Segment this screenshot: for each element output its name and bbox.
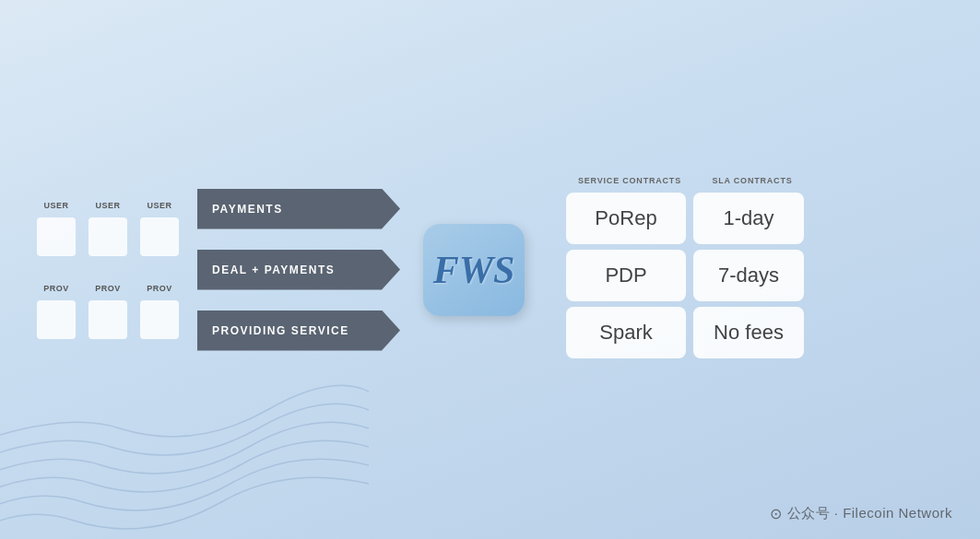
payments-arrow-container: PAYMENTS — [197, 189, 400, 229]
service-value-0: PoRep — [595, 206, 656, 230]
prov-label-2: PROV — [89, 284, 127, 293]
user-labels: USER USER USER — [37, 201, 179, 210]
prov-labels: PROV PROV PROV — [37, 284, 179, 293]
prov-group: PROV PROV PROV — [37, 284, 179, 339]
contract-row-0: PoRep 1-day — [566, 193, 808, 244]
main-content: USER USER USER PROV PROV PROV — [0, 0, 980, 539]
user-group: USER USER USER — [37, 201, 179, 256]
service-cell-1: PDP — [566, 250, 686, 301]
providing-service-arrow-container: PROVIDING SERVICE — [197, 311, 400, 351]
user-box-3 — [140, 217, 179, 256]
user-boxes — [37, 217, 179, 256]
contract-row-1: PDP 7-days — [566, 250, 808, 301]
deal-payments-arrow: DEAL + PAYMENTS — [197, 250, 400, 290]
prov-label-3: PROV — [140, 284, 179, 293]
prov-boxes — [37, 300, 179, 339]
fws-box: FWS — [423, 224, 525, 316]
sla-cell-1: 7-days — [693, 250, 804, 301]
sla-cell-2: No fees — [693, 307, 804, 358]
deal-payments-arrow-container: DEAL + PAYMENTS — [197, 250, 400, 290]
service-value-2: Spark — [599, 321, 652, 345]
service-cell-0: PoRep — [566, 193, 686, 244]
user-label-3: USER — [140, 201, 179, 210]
providing-service-arrow: PROVIDING SERVICE — [197, 311, 400, 351]
user-label-2: USER — [89, 201, 127, 210]
prov-box-2 — [89, 300, 127, 339]
sla-value-0: 1-day — [723, 206, 773, 230]
sla-value-1: 7-days — [718, 264, 779, 287]
sla-cell-0: 1-day — [693, 193, 804, 244]
contracts-section: SERVICE CONTRACTS SLA CONTRACTS PoRep 1-… — [566, 176, 808, 364]
user-box-2 — [89, 217, 127, 256]
payments-arrow: PAYMENTS — [197, 189, 400, 229]
service-value-1: PDP — [605, 264, 646, 287]
arrows-group: PAYMENTS DEAL + PAYMENTS PROVIDING SERVI… — [197, 189, 400, 351]
user-label-1: USER — [37, 201, 76, 210]
user-box-1 — [37, 217, 76, 256]
deal-payments-label: DEAL + PAYMENTS — [212, 264, 335, 276]
providing-service-label: PROVIDING SERVICE — [212, 324, 349, 337]
prov-box-3 — [140, 300, 179, 339]
prov-box-1 — [37, 300, 76, 339]
prov-label-1: PROV — [37, 284, 76, 293]
actors-column: USER USER USER PROV PROV PROV — [37, 201, 179, 339]
contract-row-2: Spark No fees — [566, 307, 808, 358]
fws-label: FWS — [433, 248, 515, 292]
service-cell-2: Spark — [566, 307, 686, 358]
service-contracts-header: SERVICE CONTRACTS — [570, 176, 690, 185]
contracts-headers: SERVICE CONTRACTS SLA CONTRACTS — [566, 176, 808, 185]
fws-container: FWS — [423, 224, 525, 316]
sla-value-2: No fees — [714, 321, 784, 345]
sla-contracts-header: SLA CONTRACTS — [697, 176, 808, 185]
payments-label: PAYMENTS — [212, 203, 283, 216]
